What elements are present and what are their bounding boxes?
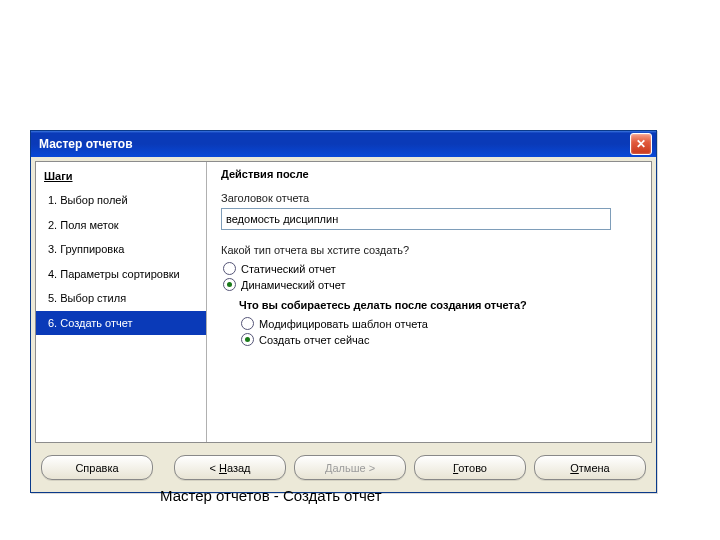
radio-label: Динамический отчет <box>241 279 345 291</box>
radio-modify-template[interactable]: Модифицировать шаблон отчета <box>241 317 639 330</box>
step-1[interactable]: 1. Выбор полей <box>36 188 206 213</box>
after-create-question: Что вы собираетесь делать после создания… <box>239 299 639 311</box>
titlebar: Мастер отчетов ✕ <box>31 131 656 157</box>
after-create-group: Что вы собираетесь делать после создания… <box>239 299 639 346</box>
radio-create-now[interactable]: Создать отчет сейчас <box>241 333 639 346</box>
steps-header: Шаги <box>36 168 206 188</box>
report-title-input[interactable] <box>221 208 611 230</box>
dialog-title: Мастер отчетов <box>39 137 630 151</box>
steps-sidebar: Шаги 1. Выбор полей 2. Поля меток 3. Гру… <box>36 162 207 442</box>
button-label: Справка <box>75 462 118 474</box>
wizard-dialog: Мастер отчетов ✕ Шаги 1. Выбор полей 2. … <box>30 130 657 493</box>
radio-dynamic-report[interactable]: Динамический отчет <box>223 278 639 291</box>
spacer <box>161 455 166 480</box>
dialog-body: Шаги 1. Выбор полей 2. Поля меток 3. Гру… <box>35 161 652 443</box>
back-button[interactable]: < Назад <box>174 455 286 480</box>
radio-label: Модифицировать шаблон отчета <box>259 318 428 330</box>
radio-label: Статический отчет <box>241 263 336 275</box>
radio-static-report[interactable]: Статический отчет <box>223 262 639 275</box>
next-button: Дальше > <box>294 455 406 480</box>
radio-icon <box>223 262 236 275</box>
help-button[interactable]: Справка <box>41 455 153 480</box>
step-3[interactable]: 3. Группировка <box>36 237 206 262</box>
radio-label: Создать отчет сейчас <box>259 334 369 346</box>
main-header: Действия после <box>221 168 639 192</box>
figure-caption: Мастер отчетов - Создать отчет <box>160 487 382 504</box>
close-icon: ✕ <box>636 137 646 151</box>
step-5[interactable]: 5. Выбор стиля <box>36 286 206 311</box>
main-panel: Действия после Заголовок отчета Какой ти… <box>207 162 651 442</box>
close-button[interactable]: ✕ <box>630 133 652 155</box>
step-2[interactable]: 2. Поля меток <box>36 213 206 238</box>
step-4[interactable]: 4. Параметры сортировки <box>36 262 206 287</box>
button-bar: Справка < Назад Дальше > Готово Отмена <box>31 447 656 492</box>
radio-icon <box>223 278 236 291</box>
step-6[interactable]: 6. Создать отчет <box>36 311 206 336</box>
report-type-question: Какой тип отчета вы хстите создать? <box>221 244 639 256</box>
cancel-button[interactable]: Отмена <box>534 455 646 480</box>
radio-icon <box>241 333 254 346</box>
radio-icon <box>241 317 254 330</box>
done-button[interactable]: Готово <box>414 455 526 480</box>
report-title-label: Заголовок отчета <box>221 192 639 204</box>
